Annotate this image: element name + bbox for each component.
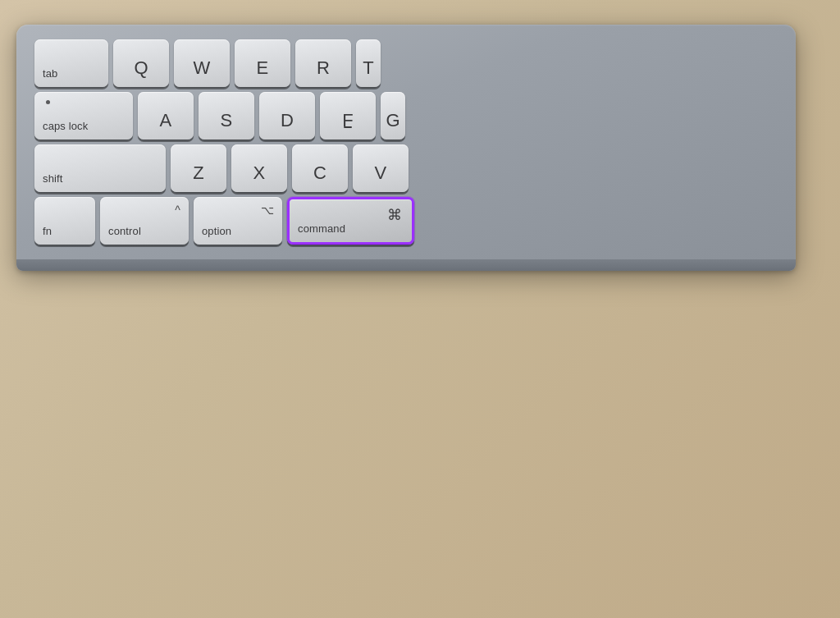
g-key[interactable]: G [381,92,405,140]
q-key[interactable]: Q [113,39,169,87]
f-key-bump [344,126,352,128]
caps-lock-key[interactable]: caps lock [34,92,133,140]
key-row-3: shift Z X C V [34,144,778,192]
keyboard: tab Q W E R T [16,25,796,271]
r-key[interactable]: R [295,39,351,87]
d-key[interactable]: D [259,92,315,140]
keyboard-rows: tab Q W E R T [34,39,778,245]
a-key[interactable]: A [138,92,194,140]
e-key[interactable]: E [235,39,290,87]
caps-lock-indicator [46,100,50,104]
w-key[interactable]: W [174,39,230,87]
control-key[interactable]: ^ control [100,197,189,245]
control-symbol: ^ [175,204,180,217]
scene: tab Q W E R T [0,0,840,618]
t-key[interactable]: T [356,39,381,87]
option-symbol: ⌥ [261,204,274,217]
z-key[interactable]: Z [171,144,226,192]
fn-key[interactable]: fn [34,197,95,245]
command-key[interactable]: ⌘ command [287,197,414,245]
x-key[interactable]: X [231,144,287,192]
c-key[interactable]: C [292,144,348,192]
key-row-4: fn ^ control ⌥ option ⌘ command [34,197,778,245]
command-symbol: ⌘ [387,206,402,224]
f-key[interactable]: F [320,92,376,140]
tab-key[interactable]: tab [34,39,108,87]
v-key[interactable]: V [353,144,409,192]
s-key[interactable]: S [199,92,254,140]
option-key[interactable]: ⌥ option [194,197,282,245]
keyboard-bottom-bar [16,259,796,271]
shift-key[interactable]: shift [34,144,166,192]
key-row-1: tab Q W E R T [34,39,778,87]
key-row-2: caps lock A S D F G [34,92,778,140]
